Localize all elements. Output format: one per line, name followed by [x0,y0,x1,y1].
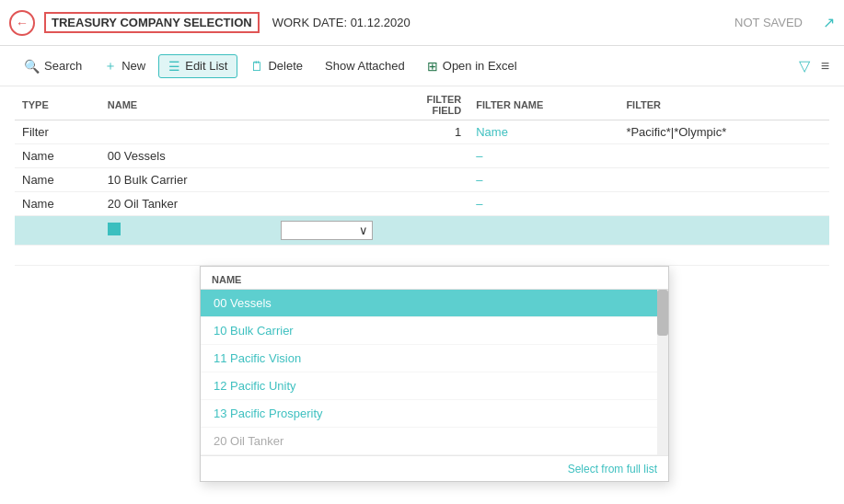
menu-icon[interactable]: ≡ [821,58,829,74]
show-attached-label: Show Attached [325,59,405,73]
save-status: NOT SAVED [734,16,803,29]
cell-empty [468,216,619,246]
dropdown-trigger-button[interactable]: ∨ [281,221,373,240]
cell-filter-field [273,168,468,192]
plus-icon: ＋ [104,58,117,74]
cell-blank [15,246,100,266]
cell-blank [468,246,619,266]
cell-type: Name [15,144,100,168]
table-header-row: TYPE NAME FILTERFIELD FILTER NAME FILTER [15,86,829,120]
cell-cyan-square [100,216,273,246]
chevron-down-icon: ∨ [359,223,368,237]
cell-type: Name [15,192,100,216]
edit-list-button[interactable]: ☰ Edit List [158,54,237,78]
delete-icon: 🗒 [250,59,263,74]
cell-filter-name: – [468,144,619,168]
edit-list-label: Edit List [185,59,227,73]
expand-icon[interactable]: ↗ [823,14,835,31]
delete-label: Delete [268,59,303,73]
cell-filter-field [273,144,468,168]
cell-filter [619,144,829,168]
col-name: NAME [100,86,273,120]
search-button[interactable]: 🔍 Search [15,55,91,77]
dropdown-item[interactable]: 12 Pacific Unity [201,372,668,400]
dropdown-footer: Select from full list [201,455,668,481]
search-label: Search [44,59,82,73]
scrollbar-thumb[interactable] [657,290,668,336]
filter-icon[interactable]: ▽ [799,57,810,74]
col-filter: FILTER [619,86,829,120]
cell-filter-field: 1 [273,120,468,144]
new-button[interactable]: ＋ New [95,54,155,78]
edit-list-icon: ☰ [168,59,180,74]
toolbar: 🔍 Search ＋ New ☰ Edit List 🗒 Delete Show… [0,46,844,86]
col-filter-field: FILTERFIELD [273,86,468,120]
open-excel-label: Open in Excel [443,59,517,73]
header: ← TREASURY COMPANY SELECTION WORK DATE: … [0,0,844,46]
dropdown-list: 00 Vessels 10 Bulk Carrier 11 Pacific Vi… [201,290,668,455]
cell-filter-field [273,192,468,216]
cell-filter [619,168,829,192]
page-title: TREASURY COMPANY SELECTION [44,12,260,33]
dropdown-item[interactable]: 10 Bulk Carrier [201,317,668,345]
table-row: Name 10 Bulk Carrier – [15,168,829,192]
cell-blank [100,246,273,266]
cell-name: 00 Vessels [100,144,273,168]
cell-name: 10 Bulk Carrier [100,168,273,192]
row-indicator [108,223,121,235]
work-date: WORK DATE: 01.12.2020 [272,16,410,29]
dropdown-item[interactable]: 11 Pacific Vision [201,345,668,372]
excel-icon: ⊞ [427,59,438,74]
cell-filter [619,192,829,216]
cell-filter-name: – [468,168,619,192]
new-label: New [121,59,145,73]
open-excel-button[interactable]: ⊞ Open in Excel [418,55,526,77]
cell-empty [619,216,829,246]
cell-name: 20 Oil Tanker [100,192,273,216]
cell-name [100,120,273,144]
dropdown-popup: NAME 00 Vessels 10 Bulk Carrier 11 Pacif… [200,266,669,482]
cell-type: Filter [15,120,100,144]
table-row-blank [15,246,829,266]
cell-blank [619,246,829,266]
cell-type-input[interactable] [15,216,100,246]
cell-filter-name: Name [468,120,619,144]
col-type: TYPE [15,86,100,120]
dropdown-item[interactable]: 20 Oil Tanker [201,428,668,455]
table-row: Filter 1 Name *Pacific*|*Olympic* [15,120,829,144]
dropdown-item[interactable]: 00 Vessels [201,290,668,317]
table-row: Name 00 Vessels – [15,144,829,168]
table-row-active[interactable]: ∨ [15,216,829,246]
cell-filter: *Pacific*|*Olympic* [619,120,829,144]
delete-button[interactable]: 🗒 Delete [241,55,312,77]
search-icon: 🔍 [24,59,40,74]
cell-filter-name: – [468,192,619,216]
col-filter-name: FILTER NAME [468,86,619,120]
dropdown-item[interactable]: 13 Pacific Prosperity [201,400,668,428]
main-table: TYPE NAME FILTERFIELD FILTER NAME FILTER… [15,86,829,266]
table-row: Name 20 Oil Tanker – [15,192,829,216]
back-button[interactable]: ← [9,10,35,36]
scrollbar[interactable] [657,290,668,455]
cell-type: Name [15,168,100,192]
show-attached-button[interactable]: Show Attached [316,55,414,76]
dropdown-header: NAME [201,267,668,290]
cell-blank [273,246,468,266]
table-area: TYPE NAME FILTERFIELD FILTER NAME FILTER… [0,86,844,266]
select-from-full-list-link[interactable]: Select from full list [568,463,657,475]
back-icon: ← [16,16,29,30]
cell-dropdown-trigger[interactable]: ∨ [273,216,468,246]
